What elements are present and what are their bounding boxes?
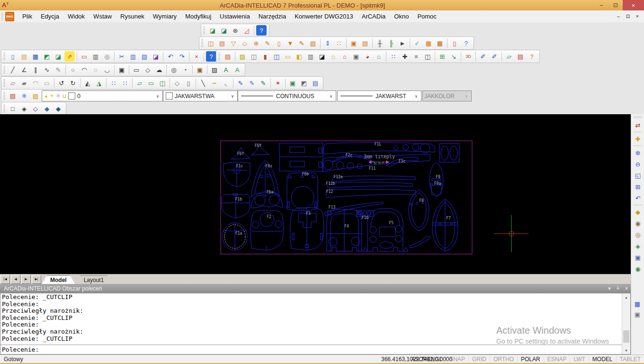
sketch-icon[interactable]: ✎: [53, 64, 63, 75]
report-doc-icon[interactable]: ▯: [449, 38, 460, 48]
spline-icon[interactable]: ∿: [42, 64, 52, 75]
point-icon[interactable]: ▣: [116, 64, 127, 75]
orbit-vertical-icon[interactable]: ◎: [633, 229, 643, 240]
solids-box-icon[interactable]: ◇: [172, 78, 182, 88]
radiator-icon[interactable]: ▤: [217, 38, 227, 48]
drawing-canvas[interactable]: F6fF6fF1cF6cF6bF6aF2cF1L3mm liteplygrain…: [0, 114, 631, 274]
pen-zoom-out-icon[interactable]: ✐: [478, 51, 488, 62]
donut-icon[interactable]: ◎: [169, 64, 179, 75]
menu-grip[interactable]: [1, 13, 3, 20]
window-horizontal-icon[interactable]: ◫: [249, 51, 259, 62]
terrain-graph-alt-icon[interactable]: ◪: [219, 25, 229, 36]
spec-list-icon[interactable]: ▤: [360, 38, 370, 48]
rotate-ccw-icon[interactable]: ↺: [56, 78, 67, 88]
wall-opening-icon[interactable]: ▭: [283, 51, 293, 62]
window-plan-icon[interactable]: ▣: [349, 38, 359, 48]
rectangle-icon[interactable]: ▭: [131, 64, 142, 75]
funnel-icon[interactable]: ▽: [228, 38, 239, 48]
vertical-dimension-icon[interactable]: ⇕: [322, 38, 333, 48]
hydrant-icon[interactable]: ▯: [274, 38, 284, 48]
new-file-icon[interactable]: ▯: [8, 51, 18, 62]
command-history-area[interactable]: Polecenie: _CUTCLIPPolecenie:Przeciwległ…: [0, 293, 631, 355]
orbit-horizontal-icon[interactable]: ◉: [633, 218, 643, 228]
tab-model[interactable]: Model: [42, 275, 75, 284]
hatch-icon[interactable]: ▨: [209, 64, 220, 75]
copy-icon[interactable]: ▥: [128, 51, 138, 62]
ghost-rect-icon[interactable]: ▭: [42, 78, 52, 88]
circle-icon[interactable]: ○: [68, 64, 78, 75]
redo-icon[interactable]: ↷: [177, 51, 187, 62]
rect-green-line-icon[interactable]: ◫: [157, 78, 168, 88]
add-building-icon[interactable]: ⊞: [437, 51, 447, 62]
toggle-ortho[interactable]: ORTHO: [490, 356, 517, 363]
layer-thaw-icon[interactable]: ☀: [50, 93, 54, 99]
lineweight-dropdown[interactable]: JAKWARST ∨: [337, 91, 421, 101]
scroll-up-icon[interactable]: ▲: [622, 293, 630, 301]
explode-icon[interactable]: ✶: [273, 78, 283, 88]
toggle-polar[interactable]: POLAR: [517, 356, 544, 363]
ellipse-icon[interactable]: ◌: [90, 64, 101, 75]
menu-item-narz-dzia[interactable]: Narzędzia: [254, 10, 291, 22]
north-arrow-icon[interactable]: ✚: [400, 51, 410, 62]
match-properties-icon[interactable]: ◠: [30, 78, 41, 88]
layers-orange-icon[interactable]: ▧: [308, 38, 318, 48]
line-icon[interactable]: ╱: [8, 64, 18, 75]
mdi-close-button[interactable]: ×: [634, 13, 641, 20]
chevron-down-icon[interactable]: ∨: [229, 94, 236, 99]
project-manager-icon[interactable]: ▤: [223, 51, 233, 62]
calculator-1-icon[interactable]: ▦: [423, 38, 434, 48]
zoom-window-icon[interactable]: ◱: [633, 170, 643, 181]
wall-icon[interactable]: ▨: [237, 51, 248, 62]
menu-item-okno[interactable]: Okno: [390, 10, 413, 22]
zoom-extents-icon[interactable]: ⊞: [633, 182, 643, 192]
menu-item-widok[interactable]: Widok: [63, 10, 89, 22]
array-icon[interactable]: ∷: [120, 78, 130, 88]
doc-report-icon[interactable]: ▤: [515, 51, 526, 62]
export-drawing-icon[interactable]: ◪: [53, 51, 63, 62]
menu-item-pomoc[interactable]: Pomoc: [413, 10, 440, 22]
menu-item-ustawienia[interactable]: Ustawienia: [215, 10, 254, 22]
revision-cloud-icon[interactable]: ☁: [154, 64, 164, 75]
first-layout-button[interactable]: |◀: [0, 275, 10, 284]
edit-text-icon[interactable]: ✎: [258, 78, 268, 88]
command-panel-titlebar[interactable]: ArCADia-INTELLICAD Obszar poleceń ▼ ╨ ×: [0, 284, 631, 293]
arc-icon[interactable]: ◠: [79, 64, 89, 75]
layer-freeze-icon[interactable]: ❄: [56, 93, 61, 99]
next-layout-button[interactable]: ▶: [21, 275, 31, 284]
menu-item-arcadia[interactable]: ArCADia: [358, 10, 390, 22]
insert-block-icon[interactable]: ▣: [195, 64, 205, 75]
view-ucs-icon[interactable]: ◉: [633, 264, 643, 274]
menu-item-wstaw[interactable]: Wstaw: [89, 10, 116, 22]
dwg-convert-icon[interactable]: ⇗: [64, 51, 75, 62]
copy-to-layer-icon[interactable]: ▱: [8, 78, 18, 88]
restore-button[interactable]: ⊡: [608, 0, 623, 10]
network-scheme-icon[interactable]: ∷: [334, 38, 344, 48]
region-icon[interactable]: ▣: [287, 78, 298, 88]
hidden-view-icon[interactable]: ◇: [30, 103, 41, 114]
slope-arrow-icon[interactable]: ◿: [242, 25, 252, 36]
layers-manager-icon[interactable]: ▤: [8, 91, 18, 101]
edit-spline-cv-icon[interactable]: ✎: [247, 78, 257, 88]
break-icon[interactable]: ╲: [198, 78, 208, 88]
zoom-out-icon[interactable]: ⊖: [633, 159, 643, 169]
menu-item-plik[interactable]: Plik: [18, 10, 36, 22]
close-button[interactable]: ×: [623, 0, 644, 10]
viewports-table-icon[interactable]: ▦: [632, 299, 643, 309]
roof-red-icon[interactable]: ⌂: [340, 51, 350, 62]
layer-lock-icon[interactable]: ⊔: [63, 93, 67, 99]
cut-icon[interactable]: ✂: [116, 51, 127, 62]
menu-item-edycja[interactable]: Edycja: [36, 10, 63, 22]
toggle-grid[interactable]: GRID: [468, 356, 490, 363]
pan-hand-icon[interactable]: ✚: [633, 134, 643, 144]
section-mark-icon[interactable]: ◪: [317, 51, 327, 62]
shaded-view-icon[interactable]: ◆: [42, 103, 52, 114]
pencil-orange-icon[interactable]: ✎: [262, 38, 273, 48]
scroll-down-icon[interactable]: ▼: [622, 346, 630, 354]
select-similar-icon[interactable]: ∷: [108, 78, 119, 88]
erase-icon[interactable]: ×: [191, 51, 202, 62]
edit-polyline-icon[interactable]: ▱: [134, 78, 145, 88]
roof-yellow-icon[interactable]: ⌂: [328, 51, 339, 62]
mirror-icon[interactable]: ◭: [82, 78, 93, 88]
zoom-in-icon[interactable]: ⊕: [633, 147, 643, 158]
help-system-icon[interactable]: ?: [461, 38, 471, 48]
